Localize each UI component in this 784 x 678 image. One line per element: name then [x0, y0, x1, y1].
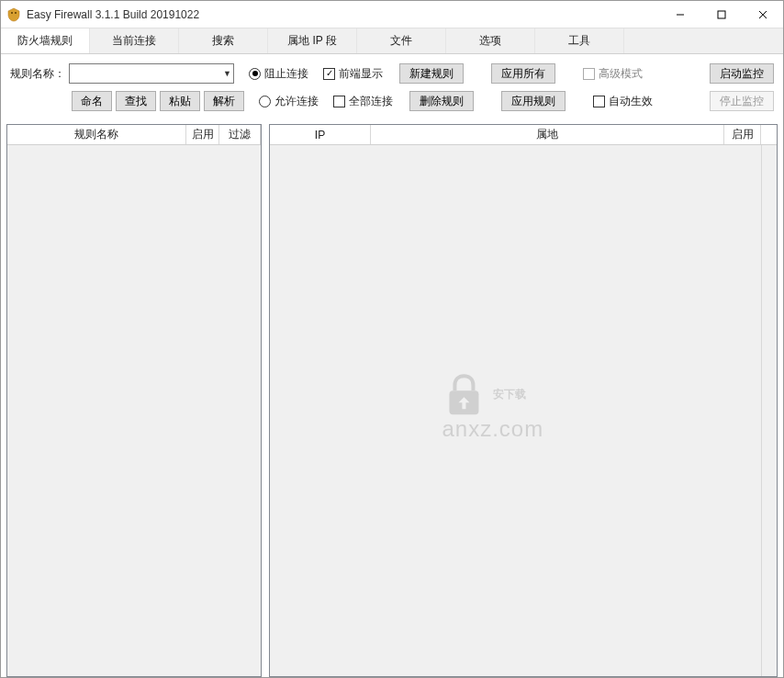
- checkbox-all-connections[interactable]: 全部连接: [333, 94, 393, 109]
- svg-rect-6: [449, 390, 478, 414]
- tab-current-connections[interactable]: 当前连接: [90, 28, 179, 53]
- rules-list-headers: 规则名称 启用 过滤: [7, 125, 261, 145]
- svg-point-0: [11, 12, 13, 14]
- col-filter[interactable]: 过滤: [219, 125, 261, 144]
- lock-icon: [442, 372, 486, 416]
- tabbar: 防火墙规则 当前连接 搜索 属地 IP 段 文件 选项 工具: [1, 28, 783, 54]
- paste-button[interactable]: 粘贴: [160, 91, 200, 111]
- apply-all-button[interactable]: 应用所有: [491, 63, 555, 84]
- tab-search[interactable]: 搜索: [179, 28, 268, 53]
- radio-allow-connection[interactable]: 允许连接: [259, 94, 319, 109]
- close-button[interactable]: [742, 1, 783, 28]
- rename-button[interactable]: 命名: [72, 91, 112, 111]
- svg-rect-3: [718, 11, 725, 18]
- watermark: 安下载 anxz.com: [442, 372, 543, 442]
- rule-name-combo[interactable]: ▼: [69, 63, 234, 84]
- svg-point-1: [15, 12, 17, 14]
- apply-rule-button[interactable]: 应用规则: [501, 91, 566, 111]
- col-ip[interactable]: IP: [270, 125, 371, 144]
- rules-list-body[interactable]: [7, 145, 261, 676]
- tab-file[interactable]: 文件: [357, 28, 446, 53]
- col-spacer: [761, 125, 777, 144]
- window-controls: [659, 1, 783, 28]
- chevron-down-icon: ▼: [223, 69, 231, 78]
- tab-tools[interactable]: 工具: [535, 28, 624, 53]
- maximize-button[interactable]: [700, 1, 742, 28]
- rules-list-panel: 规则名称 启用 过滤: [6, 124, 262, 677]
- radio-block-connection[interactable]: 阻止连接: [249, 66, 308, 82]
- col-enabled[interactable]: 启用: [186, 125, 219, 144]
- tab-options[interactable]: 选项: [446, 28, 535, 53]
- col-enabled-right[interactable]: 启用: [724, 125, 761, 144]
- col-rule-name[interactable]: 规则名称: [7, 125, 186, 144]
- content-area: 规则名称 启用 过滤 IP 属地 启用 安下载: [1, 124, 783, 678]
- delete-rule-button[interactable]: 删除规则: [409, 91, 474, 111]
- ip-list-body[interactable]: 安下载 anxz.com: [270, 145, 777, 676]
- toolbar: 规则名称： ▼ 阻止连接 ✓前端显示 新建规则 应用所有 高级模式 启动监控 命…: [1, 54, 783, 124]
- tab-firewall-rules[interactable]: 防火墙规则: [1, 28, 90, 53]
- checkbox-foreground[interactable]: ✓前端显示: [323, 66, 383, 82]
- app-icon: [6, 7, 21, 22]
- tab-ip-location[interactable]: 属地 IP 段: [268, 28, 357, 53]
- col-location[interactable]: 属地: [371, 125, 724, 144]
- window-title: Easy Firewall 3.1.1 Build 20191022: [27, 8, 659, 21]
- parse-button[interactable]: 解析: [204, 91, 244, 111]
- ip-list-panel: IP 属地 启用 安下载 anxz.com: [269, 124, 778, 677]
- find-button[interactable]: 查找: [116, 91, 156, 111]
- vertical-scrollbar[interactable]: [761, 145, 777, 676]
- checkbox-auto-effect[interactable]: 自动生效: [593, 94, 653, 109]
- new-rule-button[interactable]: 新建规则: [399, 63, 464, 84]
- ip-list-headers: IP 属地 启用: [270, 125, 777, 145]
- stop-monitor-button: 停止监控: [710, 91, 774, 111]
- rule-name-label: 规则名称：: [10, 66, 65, 82]
- start-monitor-button[interactable]: 启动监控: [710, 63, 774, 84]
- titlebar: Easy Firewall 3.1.1 Build 20191022: [1, 1, 783, 28]
- minimize-button[interactable]: [659, 1, 700, 28]
- checkbox-advanced-mode: 高级模式: [583, 66, 643, 82]
